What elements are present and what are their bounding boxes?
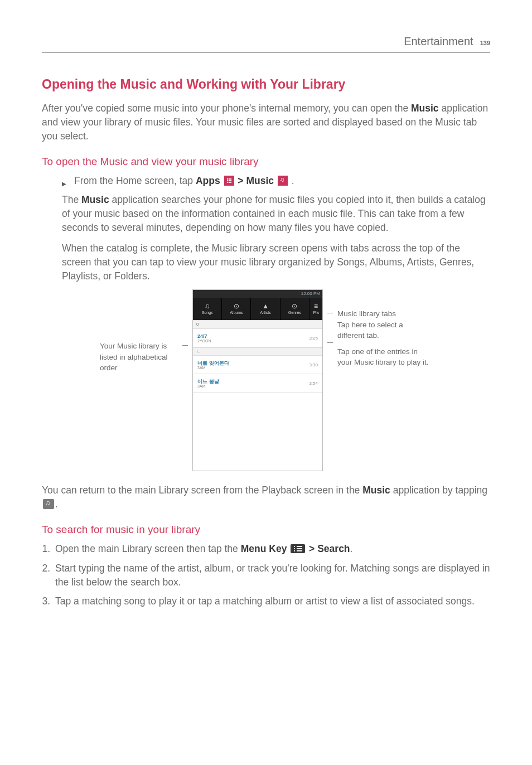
songs-tab-icon: ♫ [205, 303, 210, 309]
page-header: Entertainment 139 [42, 33, 490, 53]
song-list: 0 24/7 2YOON 3:25 ㄴ 너를 잊어본다 3AM 3:30 어느 … [193, 320, 322, 471]
music-label: Music [246, 175, 274, 186]
list-blank-area [193, 393, 322, 471]
para2-bold: Music [81, 194, 109, 205]
phone-screenshot: 12:00 PM ♫Songs ⊙Albums ▲Artists ⊙Genres… [192, 289, 323, 471]
right-annotations: Music library tabs Tap here to select a … [337, 289, 432, 373]
track-row-2[interactable]: 너를 잊어본다 3AM 3:30 [193, 356, 322, 374]
return-a: You can return to the main Library scree… [42, 485, 362, 496]
list-separator-0: 0 [193, 320, 322, 328]
header-section: Entertainment [404, 33, 473, 49]
screenshot-figure: Your Music library is listed in alphabet… [42, 289, 490, 471]
subheading-open-music: To open the Music and view your music li… [42, 154, 490, 170]
track2-title: 너를 잊어본다 [197, 360, 229, 366]
gt-sep-2: > [306, 543, 317, 554]
track-row-3[interactable]: 어느 봄날 3AM 3:54 [193, 374, 322, 393]
genres-tab-icon: ⊙ [292, 303, 297, 309]
triangle-bullet-icon: ▶ [62, 174, 74, 188]
step-1: Open the main Library screen then tap th… [53, 542, 490, 556]
para2-a: The [62, 194, 81, 205]
track-row-1[interactable]: 24/7 2YOON 3:25 [193, 329, 322, 347]
return-bold: Music [362, 485, 390, 496]
annotation-tabs-title: Music library tabs [337, 308, 432, 319]
search-steps-list: Open the main Library screen then tap th… [42, 542, 490, 608]
playlists-tab-icon: ≡ [314, 303, 318, 309]
tab-playlists-label: Pla [313, 310, 318, 316]
step1-a: Open the main Library screen then tap th… [55, 543, 241, 554]
track3-duration: 3:54 [309, 380, 318, 386]
return-b: application by tapping [390, 485, 487, 496]
music-note-icon [43, 499, 54, 509]
gt-sep: > [235, 175, 246, 186]
track3-artist: 3AM [197, 384, 219, 389]
annotation-tabs: Music library tabs Tap here to select a … [337, 308, 432, 340]
step-3: Tap a matching song to play it or tap a … [53, 594, 490, 608]
intro-paragraph: After you've copied some music into your… [42, 101, 490, 143]
paragraph-tabs: When the catalog is complete, the Music … [62, 241, 490, 283]
apps-icon [224, 176, 234, 186]
right-connector [327, 289, 333, 343]
subheading-search: To search for music in your library [42, 522, 490, 538]
line1-period: . [289, 175, 294, 186]
status-time: 12:00 PM [301, 291, 320, 296]
paragraph-catalog: The Music application searches your phon… [62, 193, 490, 235]
status-bar: 12:00 PM [193, 290, 322, 298]
header-page-number: 139 [480, 39, 490, 48]
bullet-text: From the Home screen, tap Apps > Music . [74, 174, 294, 188]
para2-b: application searches your phone for musi… [62, 194, 486, 233]
tab-songs[interactable]: ♫Songs [193, 298, 222, 320]
albums-tab-icon: ⊙ [234, 303, 239, 309]
track3-title: 어느 봄날 [197, 379, 219, 384]
track2-duration: 3:30 [309, 362, 318, 368]
list-separator-n: ㄴ [193, 347, 322, 356]
track1-duration: 3:25 [309, 335, 318, 341]
apps-label: Apps [196, 175, 220, 186]
menu-key-label: Menu Key [241, 543, 287, 554]
tab-genres-label: Genres [288, 310, 301, 316]
tab-albums-label: Albums [230, 310, 243, 316]
track2-artist: 3AM [197, 366, 229, 370]
return-paragraph: You can return to the main Library scree… [42, 483, 490, 511]
return-c: . [55, 498, 58, 510]
music-tab-row: ♫Songs ⊙Albums ▲Artists ⊙Genres ≡Pla [193, 298, 322, 320]
step-2: Start typing the name of the artist, alb… [53, 561, 490, 589]
tab-songs-label: Songs [202, 310, 213, 316]
line1-a: From the Home screen, tap [74, 175, 196, 186]
left-annotation: Your Music library is listed in alphabet… [100, 289, 178, 372]
annotation-tabs-body: Tap here to select a different tab. [337, 319, 432, 341]
tab-playlists[interactable]: ≡Pla [309, 298, 322, 320]
tab-artists-label: Artists [260, 310, 270, 316]
tab-albums[interactable]: ⊙Albums [222, 298, 251, 320]
bullet-row: ▶ From the Home screen, tap Apps > Music… [62, 174, 490, 188]
music-icon [278, 176, 288, 186]
menu-key-icon [291, 544, 305, 553]
tab-artists[interactable]: ▲Artists [251, 298, 280, 320]
annotation-entries: Tap one of the entries in your Music lib… [337, 346, 432, 367]
track1-title: 24/7 [197, 333, 211, 339]
left-connector [182, 289, 188, 346]
tab-genres[interactable]: ⊙Genres [280, 298, 309, 320]
artists-tab-icon: ▲ [262, 303, 269, 309]
section-heading: Opening the Music and Working with Your … [42, 75, 490, 94]
intro-text-a: After you've copied some music into your… [42, 103, 411, 114]
track1-artist: 2YOON [197, 339, 211, 343]
intro-music-bold: Music [411, 103, 439, 114]
search-label: Search [317, 543, 350, 554]
